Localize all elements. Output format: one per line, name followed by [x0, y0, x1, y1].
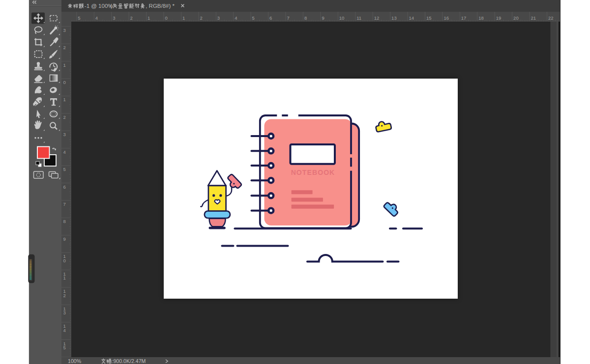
svg-text:20: 20	[513, 15, 519, 21]
svg-text:0: 0	[63, 258, 66, 263]
svg-text:4: 4	[63, 149, 66, 155]
svg-text:6: 6	[269, 15, 272, 21]
svg-text:8: 8	[63, 219, 66, 224]
svg-text:0: 0	[165, 15, 168, 21]
svg-text:11: 11	[356, 15, 361, 21]
svg-text:0: 0	[63, 80, 66, 85]
svg-text:3: 3	[63, 310, 66, 315]
svg-text:3: 3	[63, 28, 66, 33]
svg-text:1: 1	[63, 62, 66, 68]
svg-text:2: 2	[63, 45, 66, 50]
svg-text:5: 5	[252, 15, 255, 21]
svg-text:2: 2	[130, 15, 133, 21]
svg-text:1: 1	[63, 275, 66, 280]
svg-text:3: 3	[63, 132, 66, 137]
svg-text:18: 18	[478, 15, 484, 21]
svg-text:1: 1	[182, 15, 185, 21]
svg-text:7: 7	[287, 15, 290, 21]
svg-text:9: 9	[63, 236, 66, 242]
svg-text:3: 3	[217, 15, 220, 21]
svg-text:10: 10	[339, 15, 345, 21]
svg-text:12: 12	[374, 15, 380, 21]
svg-text:1: 1	[148, 15, 150, 21]
svg-text:5: 5	[63, 345, 66, 350]
svg-text:, RGB/8#) *: , RGB/8#) *	[146, 3, 175, 9]
svg-text:7: 7	[63, 201, 66, 207]
svg-text:6: 6	[63, 184, 66, 190]
svg-text:15: 15	[426, 15, 432, 21]
svg-text:4: 4	[63, 328, 66, 333]
svg-text:4: 4	[235, 15, 237, 21]
svg-text:2: 2	[200, 15, 202, 21]
svg-text:NOTEBOOK: NOTEBOOK	[291, 168, 335, 176]
svg-text:21: 21	[531, 15, 536, 21]
svg-text:9: 9	[322, 15, 324, 21]
svg-text:19: 19	[496, 15, 502, 21]
svg-text::900.0K/2.47M: :900.0K/2.47M	[112, 358, 146, 364]
svg-text:14: 14	[409, 15, 414, 21]
svg-text:-1 @ 100%: -1 @ 100%	[85, 3, 113, 9]
svg-text:17: 17	[461, 15, 467, 21]
svg-text:2: 2	[63, 114, 66, 120]
svg-text:1: 1	[63, 97, 66, 102]
svg-text:8: 8	[304, 15, 307, 21]
svg-text:22: 22	[548, 15, 554, 21]
svg-text:(: (	[110, 3, 112, 9]
svg-text:5: 5	[78, 15, 80, 21]
svg-text:3: 3	[113, 15, 115, 21]
svg-text:13: 13	[391, 15, 397, 21]
svg-text:100%: 100%	[68, 358, 82, 364]
svg-text:5: 5	[63, 167, 66, 172]
svg-text:4: 4	[95, 15, 98, 21]
svg-text:2: 2	[63, 293, 66, 298]
svg-text:16: 16	[443, 15, 449, 21]
